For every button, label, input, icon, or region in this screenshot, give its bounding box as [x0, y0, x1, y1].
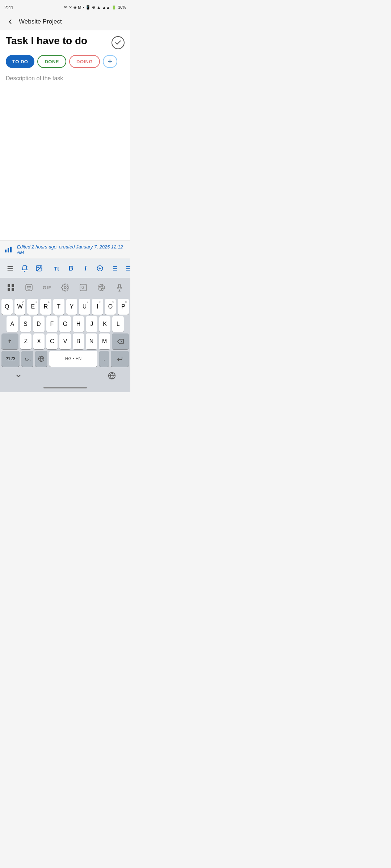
key-t[interactable]: T5	[53, 299, 64, 315]
svg-point-29	[28, 286, 29, 288]
status-bar: 2:41 ✉ ✕ ◈ M • 📳 ⊖ ▲ ▲▲ 🔋 36%	[0, 0, 130, 13]
keyboard-hide-button[interactable]	[14, 372, 22, 382]
key-o[interactable]: O9	[105, 299, 116, 315]
svg-rect-0	[5, 250, 7, 252]
svg-rect-3	[8, 266, 13, 267]
home-indicator	[0, 385, 130, 392]
key-b[interactable]: B	[73, 333, 84, 349]
svg-point-30	[30, 286, 31, 288]
svg-rect-24	[8, 284, 10, 287]
badge-done[interactable]: DONE	[37, 55, 66, 68]
complete-button[interactable]	[112, 36, 125, 49]
svg-rect-26	[8, 288, 10, 291]
svg-rect-28	[26, 284, 32, 291]
svg-point-37	[102, 288, 104, 289]
main-content: Task I have to do TO DO DONE DOING + Des…	[0, 30, 130, 240]
svg-rect-39	[118, 284, 121, 288]
badge-todo[interactable]: TO DO	[6, 55, 34, 68]
key-r[interactable]: R4	[40, 299, 51, 315]
sticker-icon[interactable]	[21, 280, 37, 295]
svg-point-31	[64, 286, 66, 289]
key-l[interactable]: L	[112, 316, 124, 332]
shift-key[interactable]	[1, 333, 18, 349]
edit-info-bar: Edited 2 hours ago, created January 7, 2…	[0, 240, 130, 259]
svg-rect-1	[8, 248, 9, 252]
key-w[interactable]: W2	[14, 299, 26, 315]
key-x[interactable]: X	[33, 333, 45, 349]
settings-icon[interactable]	[57, 280, 73, 295]
grid-icon[interactable]	[3, 280, 19, 295]
svg-rect-25	[12, 284, 14, 287]
svg-rect-5	[8, 270, 13, 271]
palette-icon[interactable]	[93, 280, 109, 295]
add-status-button[interactable]: +	[103, 55, 117, 68]
bottom-globe-icon[interactable]	[108, 372, 116, 382]
backspace-key[interactable]	[112, 333, 129, 349]
space-key[interactable]: HG • EN	[49, 351, 97, 367]
key-h[interactable]: H	[73, 316, 84, 332]
image-add-icon[interactable]	[33, 262, 46, 275]
nav-title: Website Project	[19, 18, 62, 25]
microphone-icon[interactable]	[112, 280, 127, 295]
svg-point-35	[100, 286, 101, 288]
battery-icon: 🔋	[112, 5, 117, 10]
key-i[interactable]: I8	[92, 299, 103, 315]
task-title: Task I have to do	[6, 35, 107, 47]
symbols-key[interactable]: ?123	[1, 351, 20, 367]
svg-point-9	[38, 267, 39, 268]
svg-rect-27	[12, 288, 14, 291]
menu-icon[interactable]	[4, 262, 17, 275]
keyboard-row-3: Z X C V B N M	[0, 332, 130, 349]
keyboard-row-1: Q1 W2 E3 R4 T5 Y6 U7 I8 O9 P0	[0, 297, 130, 315]
key-n[interactable]: N	[86, 333, 97, 349]
key-p[interactable]: P0	[118, 299, 129, 315]
key-a[interactable]: A	[7, 316, 18, 332]
notification-add-icon[interactable]	[18, 262, 31, 275]
notification-icon: ◈	[73, 5, 76, 10]
task-description[interactable]: Description of the task	[6, 75, 125, 82]
svg-text:G: G	[81, 285, 84, 289]
back-button[interactable]	[4, 16, 16, 27]
key-m[interactable]: M	[99, 333, 110, 349]
key-q[interactable]: Q1	[1, 299, 13, 315]
key-y[interactable]: Y6	[66, 299, 77, 315]
more-format-icon[interactable]	[122, 262, 130, 275]
key-e[interactable]: E3	[27, 299, 38, 315]
status-time: 2:41	[4, 5, 13, 10]
italic-icon[interactable]: I	[79, 262, 92, 275]
key-f[interactable]: F	[46, 316, 58, 332]
text-format-icon[interactable]: Tt	[50, 262, 63, 275]
svg-rect-2	[10, 247, 12, 252]
top-nav: Website Project	[0, 13, 130, 30]
add-circle-icon[interactable]	[93, 262, 106, 275]
status-icons: ✉ ✕ ◈ M • 📳 ⊖ ▲ ▲▲ 🔋 36%	[64, 5, 126, 10]
gif-button[interactable]: GIF	[39, 280, 55, 295]
key-c[interactable]: C	[46, 333, 58, 349]
bold-icon[interactable]: B	[64, 262, 77, 275]
home-bar	[43, 387, 87, 388]
key-z[interactable]: Z	[20, 333, 31, 349]
key-j[interactable]: J	[86, 316, 97, 332]
translate-icon[interactable]: G	[75, 280, 91, 295]
bottom-bar	[0, 369, 130, 385]
email-icon: M	[78, 5, 81, 9]
enter-key[interactable]	[111, 351, 129, 367]
key-k[interactable]: K	[99, 316, 111, 332]
wifi-icon: ▲	[97, 5, 101, 9]
key-v[interactable]: V	[59, 333, 71, 349]
globe-key[interactable]	[35, 351, 47, 367]
key-u[interactable]: U7	[79, 299, 90, 315]
emoji-key[interactable]: ☺,	[21, 351, 33, 367]
key-s[interactable]: S	[20, 316, 31, 332]
status-badges: TO DO DONE DOING +	[6, 55, 125, 68]
dnd-icon: ⊖	[92, 5, 95, 10]
analytics-icon	[4, 244, 14, 255]
badge-doing[interactable]: DOING	[69, 55, 100, 68]
svg-point-38	[101, 289, 102, 290]
list-icon[interactable]	[108, 262, 121, 275]
svg-rect-4	[8, 268, 13, 269]
key-g[interactable]: G	[59, 316, 71, 332]
period-key[interactable]: .	[99, 351, 109, 367]
format-toolbar: Tt B I	[0, 259, 130, 278]
key-d[interactable]: D	[33, 316, 45, 332]
